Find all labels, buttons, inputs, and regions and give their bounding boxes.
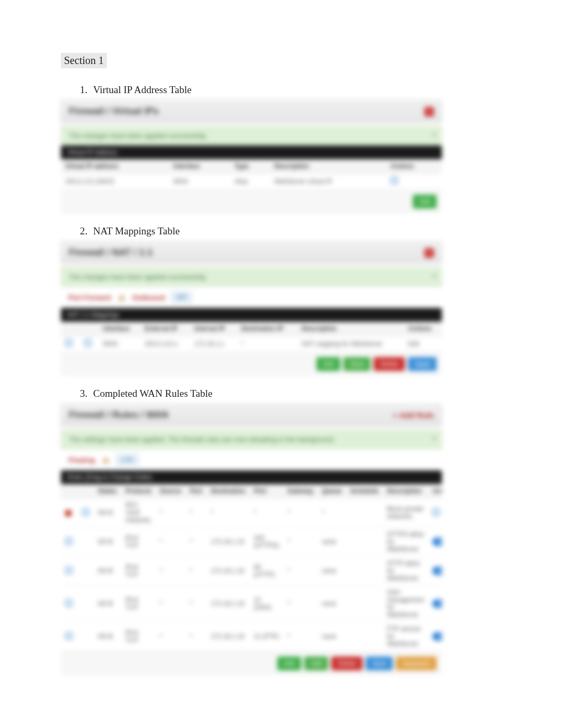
cell: SSH management for WebServer <box>383 586 428 622</box>
panel1-table-caption: Virtual IP Address <box>61 145 442 159</box>
th: Internal IP <box>190 322 237 336</box>
tab-portforward[interactable]: Port Forward <box>68 294 111 302</box>
th: Description <box>383 484 428 498</box>
alert-close-icon[interactable]: × <box>432 272 436 280</box>
cell: RFC 1918 networks <box>121 498 156 527</box>
cell: IPv4 TCP <box>121 622 156 651</box>
cell: IPv4 TCP <box>121 557 156 586</box>
numbered-list: Virtual IP Address Table Firewall / Virt… <box>61 84 501 676</box>
apply-button[interactable]: Apply <box>408 357 437 371</box>
cell: * <box>185 586 206 622</box>
panel1-buttons: Add <box>61 189 442 214</box>
table-row[interactable]: 0/0 B IPv4 TCP * * 172.16.1.10 80 (HTTP)… <box>61 557 442 586</box>
table-row[interactable]: 0/0 B IPv4 TCP * * 172.16.1.10 21 (FTP) … <box>61 622 442 651</box>
cell: 172.16.1.10 <box>206 557 249 586</box>
panel-nat: Firewall / NAT / 1:1 × The changes have … <box>61 241 442 376</box>
cell: NAT mapping for WebServer <box>297 336 404 352</box>
checkbox[interactable] <box>65 632 72 640</box>
edit-icon[interactable] <box>391 177 398 184</box>
cell: none <box>318 586 346 622</box>
panel3-header: Firewall / Rules / WAN + Add Rule <box>61 404 442 426</box>
cell: 22 (SSH) <box>250 586 283 622</box>
cell: * <box>156 498 186 527</box>
cell: * <box>206 498 249 527</box>
cell: * <box>283 557 318 586</box>
list-item-3: Completed WAN Rules Table Firewall / Rul… <box>90 388 501 676</box>
cell-action[interactable]: Edit/Copy <box>428 557 442 586</box>
panel2-alert-text: The changes have been applied successful… <box>69 273 207 281</box>
tab-outbound[interactable]: Outbound <box>132 294 165 302</box>
cell-action[interactable]: Edit/Copy <box>428 622 442 651</box>
cell: none <box>318 557 346 586</box>
checkbox[interactable] <box>82 508 89 516</box>
tab-npt[interactable]: NPt <box>171 292 192 303</box>
add-button-2[interactable]: Add <box>304 657 328 670</box>
cell: IPv4 TCP <box>121 586 156 622</box>
cell: * <box>283 622 318 651</box>
action-badge[interactable]: Edit/Copy <box>432 567 442 575</box>
add-button[interactable]: Add <box>277 657 301 670</box>
add-button[interactable]: Add <box>413 195 437 208</box>
cell-action[interactable]: Edit <box>404 336 442 352</box>
checkbox[interactable] <box>65 339 72 347</box>
close-icon[interactable]: × <box>424 248 434 258</box>
th: Virtual IP address <box>61 159 169 174</box>
action-badge[interactable]: Edit/Copy <box>432 632 442 641</box>
cell-desc: WebServer virtual IP <box>270 174 386 189</box>
th: States <box>94 484 121 498</box>
th: Queue <box>318 484 346 498</box>
cell[interactable] <box>428 498 442 527</box>
th: Actions <box>386 159 442 174</box>
alert-close-icon[interactable]: × <box>432 131 436 139</box>
triangle-icon <box>102 457 110 463</box>
th: Port <box>185 484 206 498</box>
cell <box>78 498 94 527</box>
checkbox[interactable] <box>65 567 72 574</box>
action-badge[interactable]: Edit/Copy <box>432 599 442 608</box>
table-row[interactable]: 203.0.113.100/32 WAN Alias WebServer vir… <box>61 174 442 189</box>
save-button[interactable]: Save <box>366 657 393 670</box>
gear-icon[interactable] <box>432 508 440 516</box>
panel3-caption[interactable]: + Add Rule <box>393 411 434 420</box>
cell-check[interactable] <box>61 336 80 352</box>
delete-button[interactable]: Delete <box>331 657 362 670</box>
table-row[interactable]: WAN 203.0.113.x 172.16.1.x * NAT mapping… <box>61 336 442 352</box>
cell: * <box>318 498 346 527</box>
panel3-alert: The settings have been applied. The fire… <box>61 430 442 449</box>
checkbox[interactable] <box>65 599 72 607</box>
action-badge[interactable]: Edit/Copy <box>432 538 442 546</box>
cell-action[interactable]: Edit/Copy <box>428 527 442 557</box>
alert-close-icon[interactable]: × <box>432 434 436 442</box>
panel1-table: Virtual IP address Interface Type Descri… <box>61 159 442 189</box>
list-item-2: NAT Mappings Table Firewall / NAT / 1:1 … <box>90 225 501 376</box>
cell: FTP service for WebServer <box>383 622 428 651</box>
list-item-2-label: NAT Mappings Table <box>90 225 180 236</box>
cell-iface: WAN <box>169 174 230 189</box>
panel1-alert-text: The changes have been applied successful… <box>69 132 207 140</box>
save-button[interactable]: Save <box>343 357 370 371</box>
panel3-alert-text: The settings have been applied. The fire… <box>69 435 335 443</box>
th: Source <box>156 484 186 498</box>
section-heading: Section 1 <box>61 53 107 68</box>
tab-floating[interactable]: Floating <box>68 456 95 464</box>
tab-lan[interactable]: LAN <box>116 454 138 465</box>
cell-action[interactable]: Edit/Copy <box>428 586 442 622</box>
th: Gateway <box>283 484 318 498</box>
close-icon[interactable]: × <box>424 107 434 116</box>
cell-action[interactable] <box>386 174 442 189</box>
panel2-alert: The changes have been applied successful… <box>61 267 442 287</box>
add-button[interactable]: Add <box>316 357 340 371</box>
cell: 0/0 B <box>94 498 121 527</box>
table-row[interactable]: 0/0 B IPv4 TCP * * 172.16.1.10 443 (HTTP… <box>61 527 442 557</box>
cell: 21 (FTP) <box>250 622 283 651</box>
triangle-icon <box>117 294 126 301</box>
checkbox[interactable] <box>65 538 72 545</box>
panel2-tabs: Port Forward Outbound NPt <box>61 287 442 308</box>
cell-type: Alias <box>230 174 270 189</box>
delete-button[interactable]: Delete <box>374 357 405 371</box>
table-row[interactable]: 0/0 B IPv4 TCP * * 172.16.1.10 22 (SSH) … <box>61 586 442 622</box>
panel3-title: Firewall / Rules / WAN <box>69 410 168 421</box>
cell: * <box>185 622 206 651</box>
separator-button[interactable]: Separator <box>396 657 437 670</box>
panel3-table: States Protocol Source Port Destination … <box>61 484 442 651</box>
